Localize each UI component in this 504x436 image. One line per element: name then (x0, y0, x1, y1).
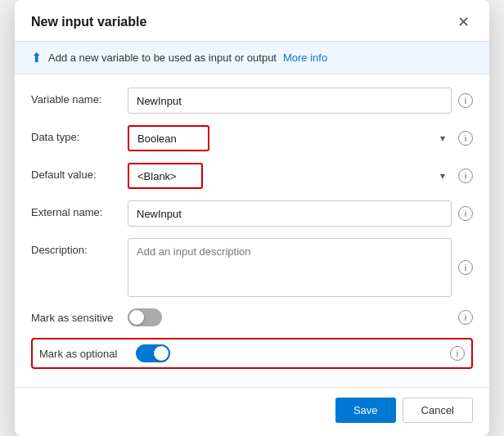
data-type-select[interactable]: Boolean Text Number List DateTime (128, 125, 209, 151)
default-value-control: <Blank> True False ▾ i (128, 163, 473, 189)
dialog-footer: Save Cancel (15, 387, 489, 436)
more-info-link[interactable]: More info (283, 52, 327, 64)
external-name-control: i (128, 200, 473, 227)
mark-optional-control: i (136, 344, 465, 362)
mark-sensitive-row: Mark as sensitive i (31, 308, 473, 326)
upload-icon: ⬆ (31, 50, 42, 65)
close-button[interactable]: ✕ (454, 13, 473, 31)
dialog-body: Variable name: i Data type: Boolean Text… (15, 74, 489, 387)
cancel-button[interactable]: Cancel (403, 398, 473, 423)
banner-text: Add a new variable to be used as input o… (48, 52, 277, 64)
info-banner: ⬆ Add a new variable to be used as input… (15, 42, 489, 74)
external-name-info-icon: i (458, 206, 473, 221)
data-type-label: Data type: (31, 125, 121, 143)
default-value-info-icon: i (458, 169, 473, 183)
data-type-control: Boolean Text Number List DateTime ▾ i (128, 125, 473, 151)
description-label: Description: (31, 238, 121, 256)
external-name-input[interactable] (128, 200, 452, 227)
external-name-label: External name: (31, 200, 121, 218)
mark-sensitive-toggle[interactable] (128, 308, 162, 326)
mark-optional-toggle[interactable] (136, 344, 170, 362)
default-value-row: Default value: <Blank> True False ▾ i (31, 163, 473, 189)
data-type-chevron-icon: ▾ (440, 133, 445, 144)
description-row: Description: i (31, 238, 473, 297)
data-type-info-icon: i (458, 131, 473, 146)
save-button[interactable]: Save (335, 398, 396, 423)
variable-name-info-icon: i (458, 93, 473, 108)
mark-sensitive-thumb (129, 310, 144, 325)
variable-name-label: Variable name: (31, 88, 121, 106)
dialog-header: New input variable ✕ (15, 0, 489, 42)
new-input-variable-dialog: New input variable ✕ ⬆ Add a new variabl… (15, 0, 489, 436)
mark-optional-label: Mark as optional (39, 348, 129, 360)
dialog-title: New input variable (31, 15, 146, 29)
default-value-label: Default value: (31, 163, 121, 181)
mark-optional-track (136, 344, 170, 362)
mark-sensitive-label: Mark as sensitive (31, 312, 121, 324)
description-control: i (128, 238, 473, 297)
external-name-row: External name: i (31, 200, 473, 227)
description-info-icon: i (458, 260, 473, 275)
mark-sensitive-track (128, 308, 162, 326)
default-value-select[interactable]: <Blank> True False (128, 163, 203, 189)
mark-sensitive-control: i (128, 308, 473, 326)
variable-name-input[interactable] (128, 88, 452, 114)
description-textarea[interactable] (128, 238, 452, 297)
mark-optional-row: Mark as optional i (31, 338, 473, 369)
data-type-row: Data type: Boolean Text Number List Date… (31, 125, 473, 151)
mark-sensitive-info-icon: i (458, 310, 473, 325)
mark-optional-info-icon: i (450, 346, 465, 361)
variable-name-control: i (128, 88, 473, 114)
default-value-select-wrapper: <Blank> True False ▾ (128, 163, 452, 189)
variable-name-row: Variable name: i (31, 88, 473, 114)
mark-optional-thumb (154, 346, 169, 361)
default-value-chevron-icon: ▾ (440, 170, 445, 182)
data-type-select-wrapper: Boolean Text Number List DateTime ▾ (128, 125, 452, 151)
